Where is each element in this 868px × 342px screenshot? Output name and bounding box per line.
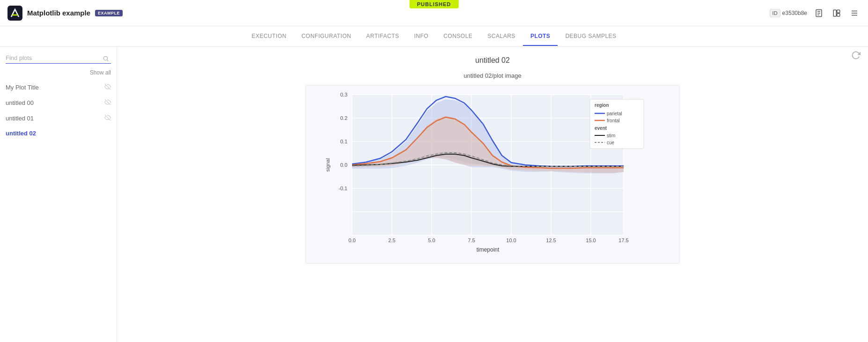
svg-text:-0.1: -0.1 bbox=[338, 186, 347, 191]
svg-text:7.5: 7.5 bbox=[468, 238, 475, 243]
sidebar-item-untitled-01[interactable]: untitled 01 bbox=[0, 111, 117, 126]
main-layout: Show all My Plot Title untitled 00 untit… bbox=[0, 47, 868, 342]
svg-text:0.0: 0.0 bbox=[340, 162, 347, 168]
chart-area: 0.3 0.2 0.1 0.0 -0.1 signal 0.0 2.5 5.0 … bbox=[305, 85, 680, 264]
app-title: Matplotlib example bbox=[27, 9, 90, 17]
layout-icon-btn[interactable] bbox=[831, 7, 843, 19]
svg-text:stim: stim bbox=[607, 133, 615, 138]
svg-point-11 bbox=[103, 56, 107, 60]
document-icon-btn[interactable] bbox=[813, 7, 825, 19]
search-container bbox=[0, 52, 117, 67]
svg-text:signal: signal bbox=[325, 158, 331, 172]
nav-tabs: EXECUTION CONFIGURATION ARTIFACTS INFO C… bbox=[0, 26, 868, 47]
tab-scalars[interactable]: SCALARS bbox=[480, 27, 523, 46]
content-area: untitled 02 untitled 02/plot image bbox=[117, 47, 868, 342]
plot-wrapper: untitled 02/plot image bbox=[305, 72, 680, 264]
sidebar-item-label: untitled 01 bbox=[6, 115, 104, 122]
id-value: e3530b8e bbox=[782, 10, 807, 16]
svg-text:region: region bbox=[595, 103, 609, 108]
svg-rect-7 bbox=[837, 13, 840, 16]
tab-execution[interactable]: EXECUTION bbox=[244, 27, 294, 46]
svg-text:0.2: 0.2 bbox=[340, 115, 347, 121]
svg-text:2.5: 2.5 bbox=[388, 238, 395, 243]
refresh-icon bbox=[851, 51, 861, 60]
sidebar-item-label: untitled 02 bbox=[6, 130, 111, 137]
svg-text:17.5: 17.5 bbox=[618, 238, 628, 243]
plot-container: untitled 02/plot image bbox=[117, 72, 868, 264]
svg-text:5.0: 5.0 bbox=[428, 238, 435, 243]
refresh-icon-btn[interactable] bbox=[851, 51, 861, 62]
chart-svg: 0.3 0.2 0.1 0.0 -0.1 signal 0.0 2.5 5.0 … bbox=[324, 90, 661, 259]
document-icon bbox=[815, 9, 823, 17]
layout-icon bbox=[832, 9, 841, 17]
eye-off-icon bbox=[104, 83, 111, 91]
svg-text:10.0: 10.0 bbox=[506, 238, 516, 243]
sidebar-item-untitled-00[interactable]: untitled 00 bbox=[0, 95, 117, 111]
app-logo-icon bbox=[7, 6, 22, 21]
example-badge: EXAMPLE bbox=[95, 10, 123, 16]
sidebar-item-my-plot-title[interactable]: My Plot Title bbox=[0, 80, 117, 95]
plot-title: untitled 02 bbox=[117, 56, 868, 65]
svg-text:cue: cue bbox=[607, 140, 615, 145]
menu-icon bbox=[850, 9, 859, 17]
header-logo: Matplotlib example EXAMPLE bbox=[7, 6, 123, 21]
id-badge: ID e3530b8e bbox=[770, 9, 807, 17]
svg-rect-5 bbox=[833, 10, 836, 16]
sidebar: Show all My Plot Title untitled 00 untit… bbox=[0, 47, 117, 342]
svg-rect-6 bbox=[837, 10, 840, 13]
svg-rect-0 bbox=[7, 6, 22, 21]
svg-text:0.3: 0.3 bbox=[340, 92, 347, 97]
svg-text:0.0: 0.0 bbox=[348, 238, 355, 243]
svg-text:event: event bbox=[595, 126, 607, 131]
tab-configuration[interactable]: CONFIGURATION bbox=[294, 27, 359, 46]
tab-artifacts[interactable]: ARTIFACTS bbox=[359, 27, 406, 46]
svg-text:15.0: 15.0 bbox=[586, 238, 596, 243]
menu-icon-btn[interactable] bbox=[848, 7, 861, 19]
svg-text:12.5: 12.5 bbox=[546, 238, 556, 243]
tab-debug-samples[interactable]: DEBUG SAMPLES bbox=[558, 27, 624, 46]
sidebar-item-label: My Plot Title bbox=[6, 84, 104, 91]
svg-text:timepoint: timepoint bbox=[477, 246, 500, 253]
sidebar-item-label: untitled 00 bbox=[6, 99, 104, 106]
published-banner: PUBLISHED bbox=[410, 0, 459, 8]
tab-plots[interactable]: PLOTS bbox=[523, 27, 558, 46]
search-input[interactable] bbox=[6, 52, 111, 64]
svg-line-12 bbox=[107, 60, 109, 61]
svg-text:0.1: 0.1 bbox=[340, 139, 347, 144]
svg-text:frontal: frontal bbox=[607, 118, 620, 123]
svg-text:parietal: parietal bbox=[607, 111, 622, 116]
show-all-button[interactable]: Show all bbox=[0, 67, 117, 80]
eye-off-icon bbox=[104, 99, 111, 107]
id-tag-label: ID bbox=[770, 9, 780, 17]
tab-console[interactable]: CONSOLE bbox=[436, 27, 480, 46]
eye-off-icon bbox=[104, 114, 111, 122]
sidebar-item-untitled-02[interactable]: untitled 02 bbox=[0, 126, 117, 141]
plot-subtitle: untitled 02/plot image bbox=[305, 72, 680, 79]
tab-info[interactable]: INFO bbox=[406, 27, 436, 46]
search-icon bbox=[103, 55, 109, 63]
header-right: ID e3530b8e bbox=[770, 7, 861, 19]
